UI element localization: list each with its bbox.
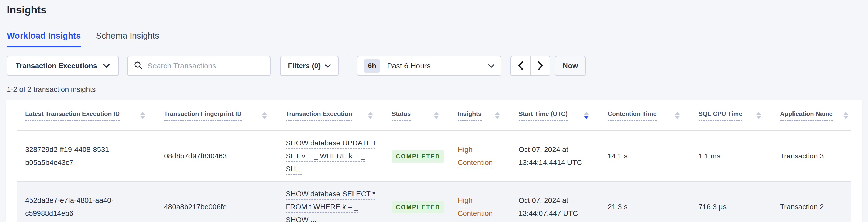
chevron-right-icon <box>537 61 544 71</box>
transaction-execution-link[interactable]: SHOW database UPDATE t SET v = _ WHERE k… <box>286 139 375 173</box>
chevron-left-icon <box>517 61 524 71</box>
page-title: Insights <box>0 0 868 16</box>
sort-icon[interactable] <box>434 112 439 119</box>
cell-latest-execution-id: 328729d2-ff19-4408-8531-b05a5b4e43c7 <box>17 137 155 175</box>
chevron-down-icon <box>488 62 495 70</box>
table-row: 328729d2-ff19-4408-8531-b05a5b4e43c7 08d… <box>17 131 851 181</box>
sort-icon[interactable] <box>262 112 267 119</box>
view-type-dropdown[interactable]: Transaction Executions <box>7 56 119 76</box>
table-header-row: Latest Transaction Execution ID Transact… <box>17 100 851 131</box>
time-range-label: Past 6 Hours <box>387 62 431 70</box>
tab-workload-insights[interactable]: Workload Insights <box>7 31 81 47</box>
column-header-insights[interactable]: Insights <box>449 110 510 121</box>
now-button[interactable]: Now <box>555 56 586 76</box>
cell-contention-time: 14.1 s <box>599 144 690 168</box>
cell-application-name: Transaction 3 <box>771 144 851 168</box>
cell-fingerprint-id: 08d8b7d97f830463 <box>155 144 277 168</box>
column-header-transaction-fingerprint-id[interactable]: Transaction Fingerprint ID <box>155 110 277 121</box>
filters-label: Filters (0) <box>288 62 320 70</box>
filters-button[interactable]: Filters (0) <box>280 56 339 76</box>
tab-bar: Workload Insights Schema Insights <box>7 31 861 47</box>
cell-start-time: Oct 07, 2024 at 13:44:07.447 UTC <box>510 188 599 222</box>
column-header-transaction-execution[interactable]: Transaction Execution <box>277 110 383 121</box>
insights-page: Insights Workload Insights Schema Insigh… <box>0 0 868 222</box>
time-next-button[interactable] <box>530 56 550 75</box>
insights-table-card: Latest Transaction Execution ID Transact… <box>6 100 862 222</box>
time-prev-button[interactable] <box>511 56 530 75</box>
search-icon <box>134 61 143 71</box>
time-range-picker[interactable]: 6h Past 6 Hours <box>357 56 501 76</box>
cell-sql-cpu-time: 1.1 ms <box>690 144 771 168</box>
search-box[interactable] <box>127 56 271 76</box>
toolbar-divider <box>347 56 348 76</box>
insight-high-contention-link[interactable]: High Contention <box>458 196 493 217</box>
sort-icon[interactable] <box>141 112 145 119</box>
toolbar: Transaction Executions Filters (0) 6h Pa… <box>7 56 861 76</box>
status-badge: COMPLETED <box>392 201 444 214</box>
time-nav-group <box>510 56 550 76</box>
column-header-application-name[interactable]: Application Name <box>771 110 851 121</box>
column-header-latest-transaction-execution-id[interactable]: Latest Transaction Execution ID <box>17 110 155 121</box>
cell-application-name: Transaction 2 <box>771 195 851 219</box>
column-header-contention-time[interactable]: Contention Time <box>599 110 690 121</box>
results-count: 1-2 of 2 transaction insights <box>7 85 861 94</box>
view-type-label: Transaction Executions <box>16 62 97 70</box>
sort-icon[interactable] <box>844 112 848 119</box>
cell-latest-execution-id: 452da3e7-e7fa-4801-aa40-c59988d14eb6 <box>17 188 155 222</box>
tab-schema-insights[interactable]: Schema Insights <box>96 31 159 47</box>
column-header-sql-cpu-time[interactable]: SQL CPU Time <box>690 110 771 121</box>
column-header-status[interactable]: Status <box>383 110 449 121</box>
cell-sql-cpu-time: 716.3 µs <box>690 195 771 219</box>
sort-icon[interactable] <box>368 112 373 119</box>
sort-icon[interactable] <box>675 112 680 119</box>
search-input[interactable] <box>148 62 264 70</box>
cell-start-time: Oct 07, 2024 at 13:44:14.4414 UTC <box>510 137 599 175</box>
column-header-start-time[interactable]: Start Time (UTC) <box>510 110 599 121</box>
cell-fingerprint-id: 480a8b217be006fe <box>155 195 277 219</box>
time-range-badge: 6h <box>364 59 380 73</box>
sort-icon[interactable] <box>756 112 761 119</box>
transaction-execution-link[interactable]: SHOW database SELECT * FROM t WHERE k = … <box>286 190 375 222</box>
table-row: 452da3e7-e7fa-4801-aa40-c59988d14eb6 480… <box>17 181 851 222</box>
chevron-down-icon <box>325 62 331 70</box>
cell-contention-time: 21.3 s <box>599 195 690 219</box>
status-badge: COMPLETED <box>392 151 444 163</box>
sort-icon[interactable] <box>495 112 500 119</box>
sort-icon-active-desc[interactable] <box>584 112 589 119</box>
insight-high-contention-link[interactable]: High Contention <box>458 146 493 166</box>
chevron-down-icon <box>103 62 110 70</box>
